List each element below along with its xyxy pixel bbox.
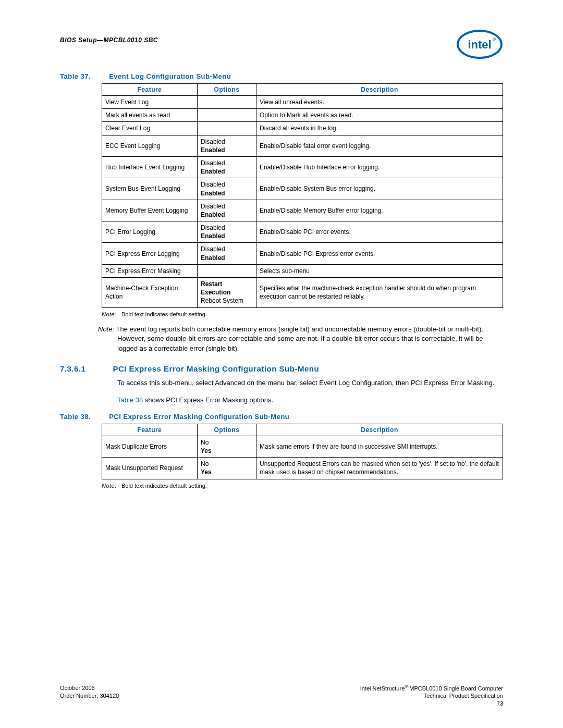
cell-options: NoYes: [198, 458, 256, 479]
table37-caption: Table 37. Event Log Configuration Sub-Me…: [60, 72, 503, 80]
table-header-row: Feature Options Description: [102, 424, 503, 436]
table-header-row: Feature Options Description: [102, 84, 503, 96]
footer-product: Intel NetStructure® MPCBL0010 Single Boa…: [360, 684, 503, 692]
cell-options: [198, 109, 256, 122]
page: BIOS Setup—MPCBL0010 SBC intel R Table 3…: [0, 0, 563, 728]
table-row: PCI Express Error Logging DisabledEnable…: [102, 243, 503, 264]
footnote-text: Bold text indicates default setting.: [121, 311, 207, 317]
cell-feature: Hub Interface Event Logging: [102, 156, 198, 178]
cell-feature: PCI Error Logging: [102, 221, 198, 243]
table-row: ECC Event Logging DisabledEnabled Enable…: [102, 135, 503, 156]
cell-description: Option to Mark all events as read.: [256, 109, 503, 122]
cell-description: View all unread events.: [256, 96, 503, 109]
cell-feature: ECC Event Logging: [102, 135, 198, 156]
cell-description: Specifies what the machine-check excepti…: [256, 278, 503, 308]
table-row: Mask Unsupported Request NoYes Unsupport…: [102, 458, 503, 479]
cell-description: Discard all events in the log.: [256, 122, 503, 135]
paragraph-rest: shows PCI Express Error Masking options.: [143, 396, 273, 404]
table-row: Clear Event Log Discard all events in th…: [102, 122, 503, 135]
cell-options: DisabledEnabled: [198, 221, 256, 243]
page-footer: October 2006 Order Number: 304120 Intel …: [60, 684, 503, 707]
body-note: Note: The event log reports both correct…: [117, 325, 503, 354]
cell-options: [198, 264, 256, 277]
table-row: PCI Error Logging DisabledEnabled Enable…: [102, 221, 503, 243]
footer-page-number: 73: [360, 700, 503, 707]
cell-options: NoYes: [198, 436, 256, 457]
table-row: PCI Express Error Masking Selects sub-me…: [102, 264, 503, 277]
paragraph: To access this sub-menu, select Advanced…: [117, 378, 503, 388]
cell-feature: Memory Buffer Event Logging: [102, 200, 198, 221]
cell-description: Mask same errors if they are found in su…: [256, 436, 503, 457]
table-row: Machine-Check Exception Action Restart E…: [102, 278, 503, 308]
note-prefix: Note:: [98, 325, 114, 333]
cell-feature: PCI Express Error Masking: [102, 264, 198, 277]
table38: Feature Options Description Mask Duplica…: [102, 424, 503, 479]
cell-description: Enable/Disable System Bus error logging.: [256, 178, 503, 200]
cell-options: DisabledEnabled: [198, 200, 256, 221]
table37-footnote: Note: Bold text indicates default settin…: [102, 311, 503, 317]
cell-description: Enable/Disable fatal error event logging…: [256, 135, 503, 156]
footer-date: October 2006: [60, 684, 119, 692]
page-header: BIOS Setup—MPCBL0010 SBC: [60, 36, 503, 44]
table-reference: Table 38: [117, 396, 143, 404]
th-feature: Feature: [102, 84, 198, 96]
doc-header-text: BIOS Setup—MPCBL0010 SBC: [60, 36, 158, 44]
table38-caption-title: PCI Express Error Masking Configuration …: [109, 413, 289, 421]
cell-options: [198, 96, 256, 109]
th-options: Options: [198, 84, 256, 96]
th-feature: Feature: [102, 424, 198, 436]
footer-right: Intel NetStructure® MPCBL0010 Single Boa…: [360, 684, 503, 707]
table-row: Mask Duplicate Errors NoYes Mask same er…: [102, 436, 503, 457]
cell-description: Selects sub-menu: [256, 264, 503, 277]
cell-options: DisabledEnabled: [198, 156, 256, 178]
section-heading: 7.3.6.1 PCI Express Error Masking Config…: [60, 364, 503, 373]
cell-feature: Mark all events as read: [102, 109, 198, 122]
paragraph: Table 38 shows PCI Express Error Masking…: [117, 396, 503, 405]
cell-description: Enable/Disable PCI error events.: [256, 221, 503, 243]
cell-feature: Mask Unsupported Request: [102, 458, 198, 479]
cell-options: DisabledEnabled: [198, 243, 256, 264]
table-row: Hub Interface Event Logging DisabledEnab…: [102, 156, 503, 178]
footnote-label: Note:: [102, 483, 117, 489]
cell-feature: View Event Log: [102, 96, 198, 109]
footer-left: October 2006 Order Number: 304120: [60, 684, 119, 707]
table-row: System Bus Event Logging DisabledEnabled…: [102, 178, 503, 200]
cell-options: DisabledEnabled: [198, 178, 256, 200]
footer-doc-type: Technical Product Specification: [360, 692, 503, 699]
cell-description: Unsupported Request Errors can be masked…: [256, 458, 503, 479]
cell-options: [198, 122, 256, 135]
table38-caption: Table 38. PCI Express Error Masking Conf…: [60, 413, 503, 421]
section-title: PCI Express Error Masking Configuration …: [113, 364, 319, 373]
footnote-text: Bold text indicates default setting.: [121, 483, 207, 489]
table37: Feature Options Description View Event L…: [102, 83, 503, 308]
cell-description: Enable/Disable Hub Interface error loggi…: [256, 156, 503, 178]
table-row: View Event Log View all unread events.: [102, 96, 503, 109]
cell-feature: PCI Express Error Logging: [102, 243, 198, 264]
cell-description: Enable/Disable Memory Buffer error loggi…: [256, 200, 503, 221]
table-row: Memory Buffer Event Logging DisabledEnab…: [102, 200, 503, 221]
th-description: Description: [256, 84, 503, 96]
table37-caption-title: Event Log Configuration Sub-Menu: [109, 72, 231, 80]
cell-options: Restart ExecutionReboot System: [198, 278, 256, 308]
footer-order-number: Order Number: 304120: [60, 692, 119, 699]
cell-description: Enable/Disable PCI Express error events.: [256, 243, 503, 264]
table37-caption-label: Table 37.: [60, 72, 107, 80]
svg-text:intel: intel: [468, 38, 491, 51]
cell-feature: Clear Event Log: [102, 122, 198, 135]
th-description: Description: [256, 424, 503, 436]
cell-options: DisabledEnabled: [198, 135, 256, 156]
footnote-label: Note:: [102, 311, 117, 317]
section-number: 7.3.6.1: [60, 364, 85, 373]
th-options: Options: [198, 424, 256, 436]
intel-logo: intel R: [456, 29, 503, 61]
table38-footnote: Note: Bold text indicates default settin…: [102, 483, 503, 489]
cell-feature: System Bus Event Logging: [102, 178, 198, 200]
cell-feature: Machine-Check Exception Action: [102, 278, 198, 308]
table-row: Mark all events as read Option to Mark a…: [102, 109, 503, 122]
table38-caption-label: Table 38.: [60, 413, 107, 421]
note-text: The event log reports both correctable m…: [116, 325, 483, 353]
cell-feature: Mask Duplicate Errors: [102, 436, 198, 457]
